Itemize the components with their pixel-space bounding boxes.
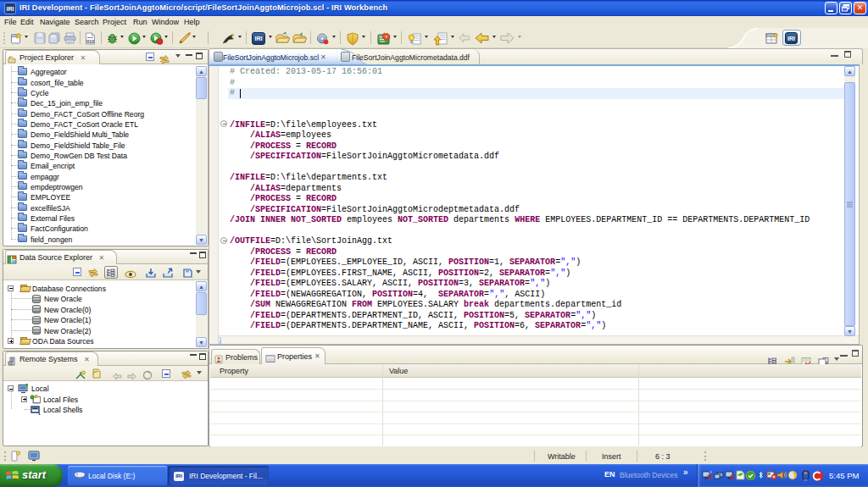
svg-text:010: 010: [86, 39, 94, 44]
